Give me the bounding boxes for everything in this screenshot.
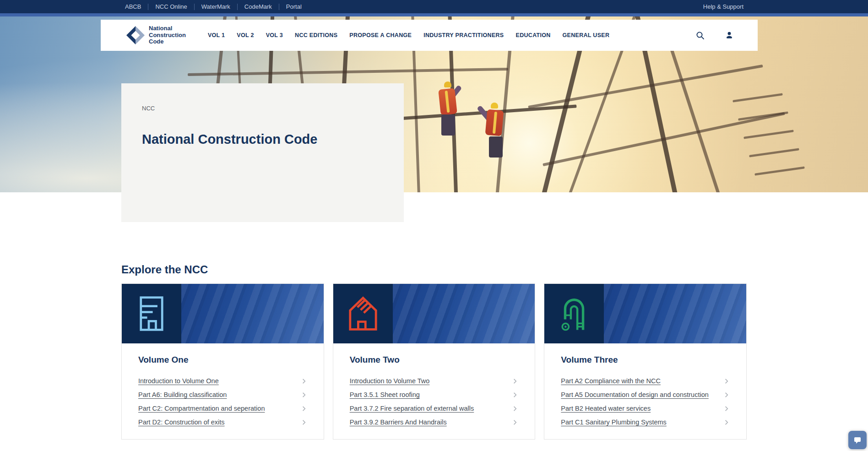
- link-part-d2[interactable]: Part D2: Construction of exits: [138, 415, 307, 429]
- link-label: Part D2: Construction of exits: [138, 418, 225, 426]
- link-label: Part A5 Documentation of design and cons…: [561, 391, 708, 398]
- link-label: Part 3.5.1 Sheet roofing: [350, 391, 420, 398]
- help-support: Help & Support: [703, 3, 743, 10]
- nav-item-ncc-editions[interactable]: NCC EDITIONS: [295, 32, 337, 38]
- card-body: Volume Two Introduction to Volume Two Pa…: [333, 343, 535, 439]
- scaffold-bar: [528, 65, 763, 109]
- link-label: Introduction to Volume One: [138, 377, 219, 385]
- nav-item-vol1[interactable]: VOL 1: [208, 32, 225, 38]
- link-label: Part 3.7.2 Fire separation of external w…: [350, 405, 474, 412]
- chevron-right-icon: [300, 419, 307, 426]
- nav-item-industry-practitioners[interactable]: INDUSTRY PRACTITIONERS: [423, 32, 504, 38]
- nav-menu: VOL 1 VOL 2 VOL 3 NCC EDITIONS PROPOSE A…: [208, 32, 609, 38]
- page: ABCB NCC Online WaterMark CodeMark Porta…: [0, 0, 868, 451]
- chevron-right-icon: [723, 391, 730, 398]
- worker-legs: [489, 136, 503, 158]
- card-body: Volume One Introduction to Volume One Pa…: [122, 343, 324, 439]
- link-part-c1[interactable]: Part C1 Sanitary Plumbing Systems: [561, 415, 730, 429]
- accent-line: [0, 13, 868, 16]
- ladder-rung: [732, 93, 783, 102]
- card-body: Volume Three Part A2 Compliance with the…: [544, 343, 746, 439]
- search-icon[interactable]: [694, 30, 705, 41]
- main-navbar: National Construction Code VOL 1 VOL 2 V…: [101, 20, 758, 51]
- utility-link-ncc-online[interactable]: NCC Online: [148, 3, 194, 10]
- hero-card: NCC National Construction Code: [121, 83, 404, 222]
- banner-stripes: [181, 284, 324, 343]
- explore-heading: Explore the NCC: [121, 263, 747, 276]
- nav-item-general-user[interactable]: GENERAL USER: [563, 32, 610, 38]
- nav-item-vol2[interactable]: VOL 2: [237, 32, 254, 38]
- chat-bubble-icon: [852, 435, 863, 445]
- link-introduction-volume-one[interactable]: Introduction to Volume One: [138, 374, 307, 388]
- link-label: Part A6: Building classification: [138, 391, 227, 398]
- volume-one-card: Volume One Introduction to Volume One Pa…: [121, 283, 324, 440]
- link-part-c2[interactable]: Part C2: Compartmentation and seperation: [138, 402, 307, 415]
- chevron-right-icon: [723, 419, 730, 426]
- link-part-a5[interactable]: Part A5 Documentation of design and cons…: [561, 388, 730, 402]
- plumbing-icon: [544, 284, 604, 343]
- card-title: Volume One: [138, 355, 307, 365]
- chevron-right-icon: [511, 391, 518, 398]
- ncc-logo[interactable]: National Construction Code: [126, 25, 186, 46]
- link-label: Part B2 Heated water services: [561, 405, 651, 412]
- card-banner: [122, 284, 324, 343]
- nav-item-vol3[interactable]: VOL 3: [266, 32, 283, 38]
- chevron-right-icon: [511, 405, 518, 412]
- volume-two-card: Volume Two Introduction to Volume Two Pa…: [333, 283, 536, 440]
- utility-link-portal[interactable]: Portal: [279, 3, 309, 10]
- nav-icons: [694, 30, 735, 41]
- link-label: Part A2 Compliance with the NCC: [561, 377, 661, 385]
- chat-widget-button[interactable]: [848, 431, 867, 449]
- logo-text: National Construction Code: [149, 25, 186, 46]
- link-part-351[interactable]: Part 3.5.1 Sheet roofing: [350, 388, 519, 402]
- chevron-right-icon: [723, 405, 730, 412]
- link-part-a2[interactable]: Part A2 Compliance with the NCC: [561, 374, 730, 388]
- banner-stripes: [604, 284, 746, 343]
- house-icon: [333, 284, 393, 343]
- link-label: Part C1 Sanitary Plumbing Systems: [561, 418, 666, 426]
- chevron-right-icon: [300, 391, 307, 398]
- link-introduction-volume-two[interactable]: Introduction to Volume Two: [350, 374, 519, 388]
- worker-helmet: [444, 82, 451, 87]
- nav-item-propose-a-change[interactable]: PROPOSE A CHANGE: [349, 32, 412, 38]
- breadcrumb[interactable]: NCC: [142, 105, 155, 112]
- volume-cards: Volume One Introduction to Volume One Pa…: [121, 283, 747, 440]
- ladder-rung: [754, 166, 805, 175]
- explore-section: Explore the NCC: [121, 263, 747, 440]
- chevron-right-icon: [300, 405, 307, 412]
- user-icon[interactable]: [724, 30, 735, 41]
- page-title: National Construction Code: [142, 132, 404, 147]
- ladder-rung: [743, 130, 794, 139]
- logo-line: National: [149, 25, 186, 32]
- worker-legs: [441, 114, 455, 136]
- utility-link-codemark[interactable]: CodeMark: [238, 3, 279, 10]
- link-part-372[interactable]: Part 3.7.2 Fire separation of external w…: [350, 402, 519, 415]
- card-title: Volume Three: [561, 355, 730, 365]
- nav-item-education[interactable]: EDUCATION: [516, 32, 551, 38]
- hero: National Construction Code VOL 1 VOL 2 V…: [0, 16, 868, 192]
- ncc-diamond-logo-icon: [126, 26, 145, 44]
- volume-three-card: Volume Three Part A2 Compliance with the…: [544, 283, 747, 440]
- scaffold-bar: [542, 112, 785, 166]
- utility-link-abcb[interactable]: ABCB: [125, 3, 148, 10]
- link-part-392[interactable]: Part 3.9.2 Barriers And Handrails: [350, 415, 519, 429]
- card-title: Volume Two: [350, 355, 519, 365]
- link-label: Introduction to Volume Two: [350, 377, 430, 385]
- logo-line: Code: [149, 38, 186, 45]
- utility-links: ABCB NCC Online WaterMark CodeMark Porta…: [125, 3, 309, 10]
- card-banner: [544, 284, 746, 343]
- chevron-right-icon: [511, 419, 518, 426]
- link-label: Part C2: Compartmentation and seperation: [138, 405, 265, 412]
- construction-worker: [436, 82, 468, 173]
- help-support-link[interactable]: Help & Support: [703, 3, 743, 10]
- chevron-right-icon: [300, 378, 307, 385]
- scaffold-bar: [188, 68, 508, 76]
- link-part-a6[interactable]: Part A6: Building classification: [138, 388, 307, 402]
- utility-link-watermark[interactable]: WaterMark: [195, 3, 237, 10]
- worker-helmet: [491, 103, 498, 109]
- utility-bar: ABCB NCC Online WaterMark CodeMark Porta…: [0, 0, 868, 13]
- chevron-right-icon: [511, 378, 518, 385]
- card-banner: [333, 284, 535, 343]
- ladder-rung: [749, 148, 799, 157]
- link-part-b2[interactable]: Part B2 Heated water services: [561, 402, 730, 415]
